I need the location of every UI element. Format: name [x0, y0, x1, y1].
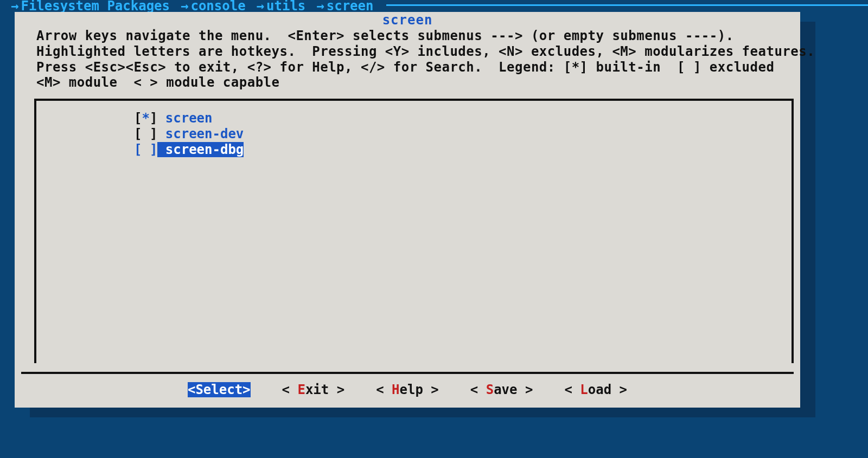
package-list[interactable]: [*] screen [ ] screen-dev [ ] screen-dbg — [34, 99, 794, 363]
help-line: Press <Esc><Esc> to exit, <?> for Help, … — [36, 60, 774, 75]
save-button[interactable]: < Save > — [470, 382, 533, 398]
package-item-screen-dev[interactable]: [ ] screen-dev — [134, 126, 792, 142]
package-item-screen-dbg[interactable]: [ ] screen-dbg — [134, 142, 792, 158]
package-label: screen — [165, 111, 213, 126]
dialog-title: screen — [15, 12, 800, 28]
dialog-help-text: Arrow keys navigate the menu. <Enter> se… — [15, 28, 800, 91]
package-label: screen-dbg — [165, 142, 244, 157]
breadcrumb-label: utils — [266, 0, 305, 14]
exit-button[interactable]: < Exit > — [282, 382, 345, 398]
help-line: Highlighted letters are hotkeys. Pressin… — [36, 44, 815, 59]
load-button[interactable]: < Load > — [564, 382, 627, 398]
breadcrumb-label: console — [190, 0, 245, 14]
select-button[interactable]: <Select> — [188, 382, 251, 398]
breadcrumb-trail — [386, 4, 868, 6]
package-mark: * — [142, 111, 149, 126]
help-line: Arrow keys navigate the menu. <Enter> se… — [36, 28, 734, 43]
help-line: <M> module < > module capable — [36, 75, 279, 90]
package-label: screen-dev — [165, 126, 244, 141]
help-button[interactable]: < Help > — [376, 382, 439, 398]
breadcrumb-label: Filesystem Packages — [21, 0, 170, 14]
package-item-screen[interactable]: [*] screen — [134, 111, 792, 126]
breadcrumb-label: screen — [327, 0, 374, 14]
menuconfig-dialog: screen Arrow keys navigate the menu. <En… — [15, 12, 800, 408]
breadcrumb: →Filesystem Packages →console →utils →sc… — [0, 0, 868, 12]
package-mark — [142, 126, 149, 141]
dialog-button-row: <Select> < Exit > < Help > < Save > < Lo… — [21, 372, 794, 403]
package-mark — [142, 142, 149, 157]
